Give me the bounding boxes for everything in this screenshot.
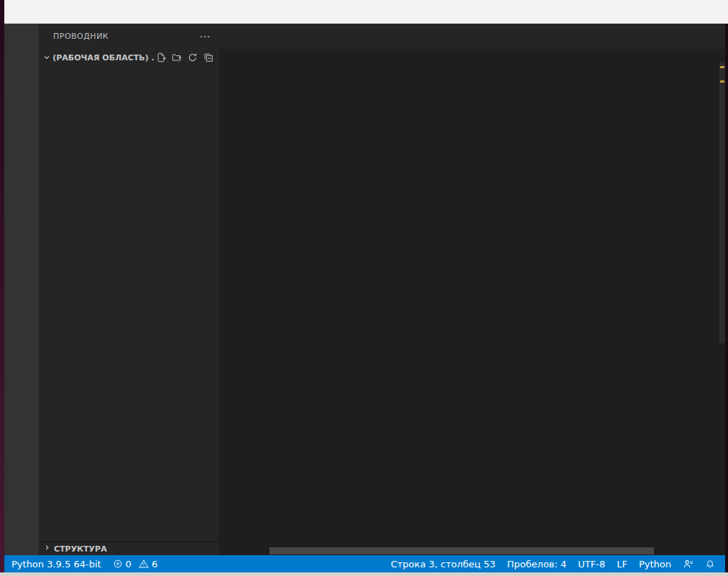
desktop-edge-bottom	[0, 572, 728, 576]
menu-bar	[4, 0, 728, 24]
feedback-icon[interactable]	[683, 559, 694, 570]
overview-warning-mark	[720, 66, 724, 68]
vertical-scrollbar[interactable]	[719, 62, 725, 343]
outline-section-header[interactable]: СТРУКТУРА	[39, 542, 219, 555]
indentation-label: Пробелов: 4	[507, 559, 567, 570]
editor-group	[219, 24, 725, 555]
error-icon	[113, 559, 123, 569]
chevron-right-icon	[43, 544, 51, 554]
warning-icon	[139, 559, 149, 569]
python-interpreter-status[interactable]: Python 3.9.5 64-bit	[11, 559, 101, 570]
sidebar-title: ПРОВОДНИК	[53, 32, 109, 41]
desktop-edge-right	[725, 24, 728, 572]
file-tree	[39, 66, 219, 542]
tab-bar	[219, 24, 725, 49]
status-bar: Python 3.9.5 64-bit 0 6 Строка 3, столбе…	[4, 555, 725, 572]
sidebar-title-row: ПРОВОДНИК ⋯	[39, 24, 219, 49]
problems-status[interactable]: 0 6	[113, 559, 158, 570]
encoding-label: UTF-8	[578, 559, 605, 570]
workspace-section-label: (РАБОЧАЯ ОБЛАСТЬ) ...	[52, 53, 155, 62]
eol-label: LF	[617, 559, 627, 570]
eol-status[interactable]: LF	[617, 559, 627, 570]
explorer-sidebar: ПРОВОДНИК ⋯ (РАБОЧАЯ ОБЛАСТЬ) ...	[39, 24, 219, 555]
language-label: Python	[639, 559, 671, 570]
activity-bar	[4, 24, 39, 555]
cursor-position-label: Строка 3, столбец 53	[391, 559, 496, 570]
indentation-status[interactable]: Пробелов: 4	[507, 559, 567, 570]
code-editor[interactable]	[219, 63, 665, 547]
warning-count: 6	[152, 559, 157, 570]
refresh-icon[interactable]	[188, 52, 198, 62]
vscode-window: ПРОВОДНИК ⋯ (РАБОЧАЯ ОБЛАСТЬ) ...	[0, 0, 728, 576]
new-file-icon[interactable]	[156, 52, 166, 62]
cursor-position-status[interactable]: Строка 3, столбец 53	[391, 559, 496, 570]
language-mode-status[interactable]: Python	[639, 559, 671, 570]
horizontal-scrollbar[interactable]	[269, 547, 654, 554]
notifications-bell-icon[interactable]	[705, 559, 715, 569]
more-actions-icon[interactable]: ⋯	[200, 30, 211, 43]
overview-warning-mark	[720, 80, 724, 83]
chevron-down-icon	[42, 53, 51, 62]
collapse-all-icon[interactable]	[203, 52, 213, 62]
encoding-status[interactable]: UTF-8	[578, 559, 605, 570]
error-count: 0	[126, 559, 132, 570]
python-version-label: Python 3.9.5 64-bit	[11, 559, 101, 570]
workspace-section-header[interactable]: (РАБОЧАЯ ОБЛАСТЬ) ...	[39, 49, 219, 66]
breadcrumb	[219, 49, 725, 63]
new-folder-icon[interactable]	[172, 52, 182, 62]
outline-section-label: СТРУКТУРА	[54, 544, 107, 554]
